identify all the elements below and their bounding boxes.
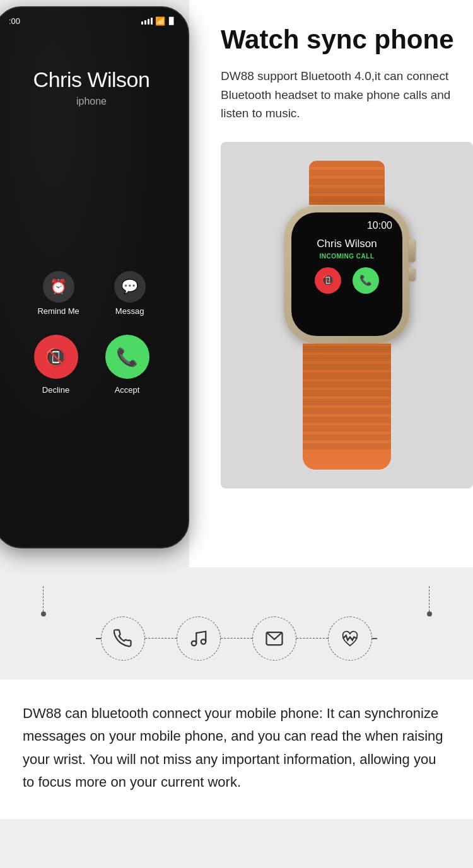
watch-accept-button[interactable]: 📞: [353, 267, 379, 294]
phone: :00 📶 ▉ Chris Wilson iphone: [0, 6, 189, 548]
message-feature-icon: [252, 616, 296, 661]
phone-actions-top: ⏰ Remind Me 💬 Messag: [0, 271, 188, 316]
decline-phone-icon: 📵: [45, 347, 67, 367]
phone-btn-labels: Decline Accept: [0, 385, 188, 395]
connector-1: [145, 638, 177, 639]
remind-me-label: Remind Me: [37, 306, 79, 316]
connection-section: [0, 567, 473, 680]
remind-me-icon: ⏰: [43, 271, 74, 303]
message-label: Messag: [115, 306, 144, 316]
watch-band-bottom: [303, 344, 391, 470]
connector-3: [296, 638, 328, 639]
watch-incoming-label: INCOMING CALL: [319, 253, 374, 260]
music-feature-icon: [177, 616, 221, 661]
message-icon: 💬: [114, 271, 146, 303]
accept-label: Accept: [105, 385, 149, 395]
watch-screen: 10:00 Chris Wilson INCOMING CALL 📵 📞: [291, 212, 402, 336]
remind-me-action[interactable]: ⏰ Remind Me: [37, 271, 79, 316]
accept-button[interactable]: 📞: [105, 335, 149, 379]
watch-sync-title: Watch sync phone: [221, 25, 454, 54]
phone-feature-icon: [101, 616, 145, 661]
accept-phone-icon: 📞: [116, 347, 138, 367]
watch-crown-button: [409, 240, 415, 262]
top-section: :00 📶 ▉ Chris Wilson iphone: [0, 0, 473, 567]
watch-body: 10:00 Chris Wilson INCOMING CALL 📵 📞: [284, 205, 410, 344]
watch-sync-desc: DW88 support Bluetooth 4.0,it can connec…: [221, 67, 454, 122]
watch-time: 10:00: [367, 220, 392, 231]
phone-caller-name: Chris Wilson: [0, 67, 188, 92]
watch-display-area: 10:00 Chris Wilson INCOMING CALL 📵 📞: [221, 142, 473, 489]
status-icons: 📶 ▉: [141, 16, 174, 26]
decline-label: Decline: [34, 385, 78, 395]
phone-time: :00: [9, 16, 20, 26]
watch-decline-icon: 📵: [322, 274, 334, 286]
signal-bars-icon: [141, 18, 153, 25]
message-action[interactable]: 💬 Messag: [114, 271, 146, 316]
phone-container: :00 📶 ▉ Chris Wilson iphone: [0, 6, 202, 561]
watch-call-buttons: 📵 📞: [315, 267, 379, 294]
watch-decline-button[interactable]: 📵: [315, 267, 341, 294]
connector-2: [221, 638, 252, 639]
svg-point-0: [192, 641, 197, 646]
right-panel: Watch sync phone DW88 support Bluetooth …: [189, 0, 473, 567]
svg-point-1: [201, 639, 206, 644]
watch-crown-small-button: [409, 268, 415, 281]
watch-caller-name: Chris Wilson: [317, 238, 377, 250]
decline-button[interactable]: 📵: [34, 335, 78, 379]
phone-status-bar: :00 📶 ▉: [0, 8, 188, 30]
health-feature-icon: [328, 616, 372, 661]
phone-call-buttons: 📵 📞: [0, 335, 188, 379]
bottom-description: DW88 can bluetooth connect your mobile p…: [23, 702, 450, 794]
smartwatch: 10:00 Chris Wilson INCOMING CALL 📵 📞: [277, 161, 416, 470]
wifi-icon: 📶: [155, 16, 165, 26]
watch-band-top: [309, 161, 385, 205]
watch-accept-icon: 📞: [359, 274, 372, 286]
battery-text: ▉: [169, 17, 174, 25]
phone-caller-sub: iphone: [0, 96, 188, 107]
bottom-text-section: DW88 can bluetooth connect your mobile p…: [0, 680, 473, 819]
